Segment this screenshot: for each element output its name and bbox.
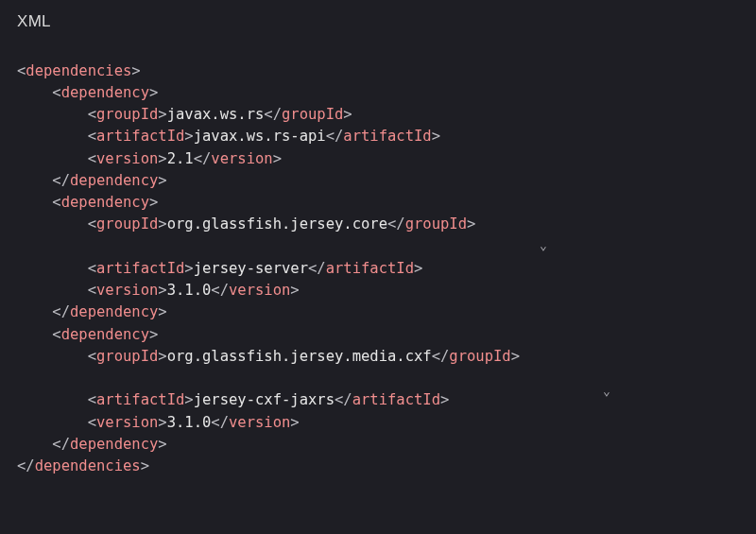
- tag-groupid-close: groupId: [405, 215, 467, 233]
- tag-dependency-open: dependency: [61, 194, 149, 211]
- code-block: <dependencies> <dependency> <groupId>jav…: [0, 34, 756, 495]
- tag-dependency-close: dependency: [70, 172, 158, 189]
- tag-dependencies-close: dependencies: [35, 457, 141, 474]
- tag-artifactid-open: artifactId: [96, 391, 184, 408]
- language-label: XML: [0, 0, 756, 34]
- tag-groupid-open: groupId: [96, 215, 158, 233]
- tag-dependency-open: dependency: [61, 84, 149, 101]
- tag-groupid-open: groupId: [96, 106, 158, 123]
- tag-artifactid-open: artifactId: [96, 128, 184, 145]
- tag-artifactid-close: artifactId: [326, 260, 414, 277]
- tag-groupid-close: groupId: [282, 106, 343, 123]
- chevron-down-icon[interactable]: ⌄: [603, 382, 610, 401]
- groupid-value: javax.ws.rs: [167, 106, 265, 123]
- groupid-value: org.glassfish.jersey.media.cxf: [167, 348, 432, 365]
- artifactid-value: jersey-server: [194, 260, 308, 277]
- tag-version-open: version: [96, 150, 158, 167]
- tag-version-close: version: [211, 150, 272, 167]
- tag-artifactid-open: artifactId: [96, 260, 184, 277]
- tag-version-open: version: [96, 414, 158, 431]
- version-value: 2.1: [167, 150, 194, 167]
- tag-dependency-open: dependency: [61, 326, 149, 343]
- artifactid-value: jersey-cxf-jaxrs: [194, 391, 335, 408]
- tag-groupid-close: groupId: [449, 348, 510, 365]
- tag-version-close: version: [229, 282, 290, 299]
- tag-artifactid-close: artifactId: [352, 391, 440, 408]
- tag-groupid-open: groupId: [96, 348, 158, 365]
- tag-version-close: version: [229, 414, 290, 431]
- tag-dependency-close: dependency: [70, 303, 158, 320]
- version-value: 3.1.0: [167, 282, 212, 299]
- version-value: 3.1.0: [167, 414, 212, 431]
- tag-version-open: version: [96, 282, 158, 299]
- tag-dependencies-open: dependencies: [26, 62, 131, 79]
- tag-artifactid-close: artifactId: [343, 128, 431, 145]
- artifactid-value: javax.ws.rs-api: [194, 128, 326, 145]
- chevron-down-icon[interactable]: ⌄: [540, 236, 547, 255]
- groupid-value: org.glassfish.jersey.core: [167, 215, 387, 233]
- tag-dependency-close: dependency: [70, 436, 158, 453]
